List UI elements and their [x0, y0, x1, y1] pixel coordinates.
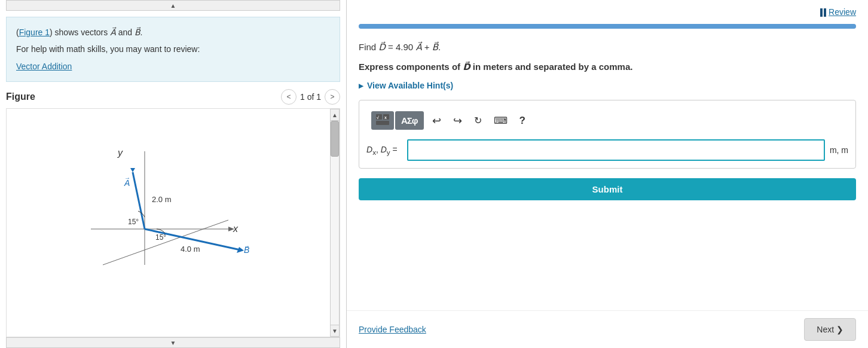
hint-intro: (Figure 1) shows vectors A⃗ and B⃗.: [16, 26, 330, 39]
figure-next-button[interactable]: >: [325, 89, 340, 105]
svg-rect-9: [376, 121, 389, 125]
math-template-button[interactable]: √ x: [371, 111, 394, 130]
math-symbol-button[interactable]: ΑΣφ: [395, 111, 424, 130]
help-button[interactable]: ?: [516, 112, 529, 129]
right-panel: Review Find D⃗ = 4.90 A⃗ + B⃗. Express c…: [347, 0, 868, 348]
figure-link[interactable]: Figure 1: [19, 28, 50, 37]
y-axis-label: y: [117, 148, 123, 158]
review-icon: [820, 7, 826, 17]
figure-header: Figure < 1 of 1 >: [0, 82, 346, 108]
question-find: Find D⃗ = 4.90 A⃗ + B⃗.: [359, 41, 856, 54]
left-panel: ▲ (Figure 1) shows vectors A⃗ and B⃗. Fo…: [0, 0, 347, 348]
undo-button[interactable]: ↩: [429, 112, 445, 130]
diagram-container: y x A → 2.0: [7, 109, 330, 337]
hint-toggle[interactable]: View Available Hint(s): [359, 81, 856, 90]
scrollbar-thumb[interactable]: [331, 121, 339, 157]
figure-count: 1 of 1: [300, 92, 321, 102]
question-express: Express components of D⃗ in meters and s…: [359, 60, 856, 74]
figure-prev-button[interactable]: <: [281, 89, 297, 105]
progress-bar-fill: [359, 24, 856, 29]
svg-text:→: →: [124, 175, 130, 181]
scroll-down-bottom[interactable]: ▼: [6, 337, 340, 348]
math-btn-group: √ x ΑΣφ: [371, 111, 424, 130]
scrollbar-track: [330, 121, 340, 325]
input-label: Dx, Dy =: [366, 145, 402, 156]
next-button[interactable]: Next ❯: [804, 318, 856, 341]
figure-scroll-up[interactable]: ▲: [330, 109, 340, 121]
keyboard-button[interactable]: ⌨: [490, 112, 511, 129]
vector-b-length: 4.0 m: [181, 245, 200, 254]
vector-addition-link[interactable]: Vector Addition: [16, 62, 72, 71]
help-prompt: For help with math skills, you may want …: [16, 42, 330, 56]
answer-input[interactable]: [407, 139, 825, 161]
vector-a-label: A⃗: [110, 28, 116, 37]
math-toolbar: √ x ΑΣφ ↩ ↪ ↻ ⌨ ?: [366, 108, 848, 133]
figure-nav: < 1 of 1 >: [281, 89, 340, 105]
feedback-link[interactable]: Provide Feedback: [359, 325, 426, 334]
progress-bar: [359, 24, 856, 29]
bottom-bar: Provide Feedback Next ❯: [347, 310, 868, 348]
unit-label: m, m: [830, 145, 848, 155]
vector-a-length: 2.0 m: [152, 195, 172, 204]
math-input-area: √ x ΑΣφ ↩ ↪ ↻ ⌨ ? Dx, Dy = m, m: [359, 100, 856, 169]
vector-diagram: y x A → 2.0: [67, 139, 270, 307]
figure-label: Figure: [6, 91, 35, 102]
input-row: Dx, Dy = m, m: [366, 139, 848, 161]
svg-text:√: √: [377, 115, 379, 120]
figure-scroll-down[interactable]: ▼: [330, 325, 340, 337]
reset-button[interactable]: ↻: [470, 112, 485, 129]
vector-a-arrow: [130, 168, 135, 172]
angle-b-label: 15°: [155, 233, 166, 242]
figure-area: ▲ y x: [6, 108, 340, 337]
angle-a-label: 15°: [128, 218, 139, 226]
review-link[interactable]: Review: [820, 7, 856, 17]
svg-text:x: x: [384, 115, 387, 120]
redo-button[interactable]: ↪: [450, 112, 466, 130]
scroll-up-top[interactable]: ▲: [6, 0, 340, 11]
svg-text:→: →: [244, 243, 250, 249]
vector-b-label: B⃗: [135, 28, 140, 37]
hint-box: (Figure 1) shows vectors A⃗ and B⃗. For …: [6, 17, 340, 82]
submit-button[interactable]: Submit: [359, 178, 856, 200]
